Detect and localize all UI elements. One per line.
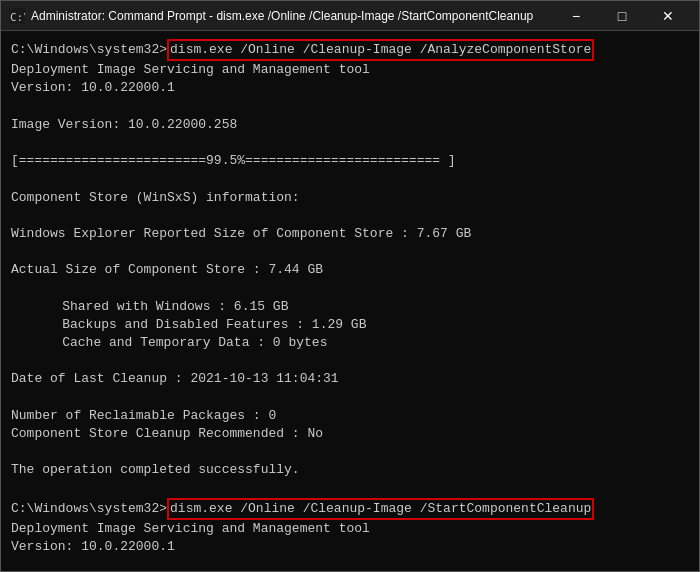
- output-line-18: Date of Last Cleanup : 2021-10-13 11:04:…: [11, 370, 689, 388]
- output-line-20: Number of Reclaimable Packages : 0: [11, 407, 689, 425]
- empty-line-2: [11, 134, 689, 152]
- command-line-1: C:\Windows\system32>dism.exe /Online /Cl…: [11, 39, 689, 61]
- output-line-21: Component Store Cleanup Recommended : No: [11, 425, 689, 443]
- svg-text:C:\: C:\: [10, 11, 25, 24]
- output-line-1: Deployment Image Servicing and Managemen…: [11, 61, 689, 79]
- output-line-23: The operation completed successfully.: [11, 461, 689, 479]
- empty-line-9: [11, 443, 689, 461]
- title-bar-controls: − □ ✕: [553, 1, 691, 31]
- empty-line-11: [11, 556, 689, 571]
- close-button[interactable]: ✕: [645, 1, 691, 31]
- empty-line-7: [11, 352, 689, 370]
- output-line-4: Image Version: 10.0.22000.258: [11, 116, 689, 134]
- output-line-26: Version: 10.0.22000.1: [11, 538, 689, 556]
- output-line-6: [========================99.5%==========…: [11, 152, 689, 170]
- empty-line-3: [11, 170, 689, 188]
- window: C:\ Administrator: Command Prompt - dism…: [0, 0, 700, 572]
- title-bar-text: Administrator: Command Prompt - dism.exe…: [31, 9, 553, 23]
- output-line-10: Windows Explorer Reported Size of Compon…: [11, 225, 689, 243]
- output-line-25: Deployment Image Servicing and Managemen…: [11, 520, 689, 538]
- output-line-14: Shared with Windows : 6.15 GB: [11, 298, 689, 316]
- command-line-2: C:\Windows\system32>dism.exe /Online /Cl…: [11, 498, 689, 520]
- empty-line-8: [11, 389, 689, 407]
- empty-line-4: [11, 207, 689, 225]
- output-line-2: Version: 10.0.22000.1: [11, 79, 689, 97]
- command-2: dism.exe /Online /Cleanup-Image /StartCo…: [167, 498, 594, 520]
- output-line-16: Cache and Temporary Data : 0 bytes: [11, 334, 689, 352]
- output-line-15: Backups and Disabled Features : 1.29 GB: [11, 316, 689, 334]
- maximize-button[interactable]: □: [599, 1, 645, 31]
- cmd-icon: C:\: [9, 8, 25, 24]
- minimize-button[interactable]: −: [553, 1, 599, 31]
- empty-line-10: [11, 480, 689, 498]
- command-1: dism.exe /Online /Cleanup-Image /Analyze…: [167, 39, 594, 61]
- prompt-1: C:\Windows\system32>: [11, 41, 167, 59]
- empty-line-6: [11, 279, 689, 297]
- prompt-2: C:\Windows\system32>: [11, 500, 167, 518]
- console-body: C:\Windows\system32>dism.exe /Online /Cl…: [1, 31, 699, 571]
- output-line-12: Actual Size of Component Store : 7.44 GB: [11, 261, 689, 279]
- output-line-8: Component Store (WinSxS) information:: [11, 189, 689, 207]
- title-bar: C:\ Administrator: Command Prompt - dism…: [1, 1, 699, 31]
- empty-line-1: [11, 98, 689, 116]
- empty-line-5: [11, 243, 689, 261]
